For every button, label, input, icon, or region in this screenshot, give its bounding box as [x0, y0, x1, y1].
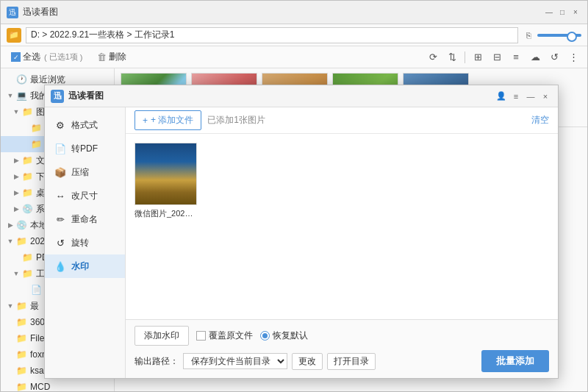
sidebar-item-mcd[interactable]: 📁 MCD: [1, 379, 114, 391]
mypc-icon: 💻: [15, 90, 27, 101]
filez-icon: 📁: [15, 332, 27, 344]
rotate-icon-btn[interactable]: ↺: [546, 49, 562, 65]
topdf-label: 转PDF: [71, 143, 98, 155]
image-thumb-1[interactable]: [135, 143, 197, 205]
docs-icon: 📁: [21, 154, 33, 166]
dialog-right: + + 添加文件 已添加1张图片 清空 微信图片_20221024114...: [126, 107, 558, 378]
dialog-title-left: 迅 迅读看图: [51, 90, 104, 103]
arrow-icon: ▶: [12, 157, 20, 164]
add-file-label: + 添加文件: [151, 114, 193, 126]
dialog-title: 迅读看图: [68, 90, 104, 102]
arrow-icon: [21, 124, 29, 132]
arrow-icon: [7, 383, 14, 391]
plus-icon: +: [143, 115, 148, 126]
zoom-bar: [537, 34, 581, 37]
trash-icon: 🗑: [97, 51, 107, 63]
toolbar: ✓ 全选 ( 已选1项 ) 🗑 删除 ⟳ ⇅ ⊞ ⊟ ≡ ☁ ↺ ⋮: [1, 46, 587, 68]
view3-icon-btn[interactable]: ≡: [508, 49, 524, 65]
add-file-btn[interactable]: + + 添加文件: [135, 110, 201, 130]
open-dir-btn[interactable]: 打开目录: [327, 353, 376, 370]
nav-item-rotate[interactable]: ↺ 旋转: [45, 231, 125, 254]
i360-label: 360: [30, 317, 45, 327]
arrow-icon: [12, 254, 20, 261]
toolbar-separator: [465, 51, 465, 63]
y2022-icon: 📁: [15, 235, 27, 247]
downloads-icon: 📁: [21, 171, 33, 182]
dialog-window: 迅 迅读看图 👤 ≡ — × ⚙ 格式式 📄 转PDF 📦 压缩: [44, 85, 559, 379]
disk-c-icon: 💿: [21, 203, 33, 215]
copy-path-icon[interactable]: ⎘: [523, 29, 534, 41]
image-filename-1: 微信图片_20221024114...: [135, 208, 197, 219]
select-all-checkbox[interactable]: ✓: [11, 52, 21, 62]
arrow-icon: ▶: [12, 205, 20, 213]
nav-item-topdf[interactable]: 📄 转PDF: [45, 137, 125, 160]
address-icons: ⎘: [523, 29, 581, 41]
arrow-icon: ▶: [7, 221, 14, 229]
bottom-row2: 输出路径： 保存到文件当前目录 更改 打开目录 批量添加: [135, 350, 549, 372]
nav-item-format[interactable]: ⚙ 格式式: [45, 113, 125, 137]
dialog-win-controls: 👤 ≡ — ×: [495, 90, 552, 103]
arrow-icon: [7, 351, 14, 358]
clear-btn[interactable]: 清空: [531, 114, 549, 126]
output-path-label: 输出路径：: [135, 355, 179, 368]
delete-btn[interactable]: 🗑 删除: [93, 49, 131, 65]
sort-icon-btn[interactable]: ⇅: [444, 49, 460, 65]
dialog-menu-icon[interactable]: ≡: [509, 90, 523, 103]
selected-count-val: 已选1项: [49, 51, 78, 63]
i360-icon: 📁: [15, 316, 27, 328]
view1-icon-btn[interactable]: ⊞: [470, 49, 486, 65]
menu-icon-btn[interactable]: ⋮: [565, 49, 581, 65]
restore-default-radio[interactable]: [260, 331, 270, 341]
nav-item-rename[interactable]: ✏ 重命名: [45, 207, 125, 231]
dialog-minimize-btn[interactable]: —: [524, 90, 537, 103]
overwrite-checkbox[interactable]: [196, 331, 206, 341]
rotate-icon: ↺: [54, 236, 67, 249]
foxn-icon: 📁: [15, 349, 27, 360]
address-input[interactable]: [26, 27, 518, 43]
dialog-user-icon[interactable]: 👤: [495, 90, 508, 103]
nav-item-resize[interactable]: ↔ 改尺寸: [45, 184, 125, 207]
restore-default-radio-label[interactable]: 恢复默认: [260, 329, 308, 342]
bottom-row1: 添加水印 覆盖原文件 恢复默认: [135, 326, 549, 346]
mcd-icon: 📁: [15, 381, 27, 391]
image-item-1: 微信图片_20221024114...: [135, 143, 197, 219]
dialog-image-area: 微信图片_20221024114...: [126, 134, 558, 319]
main-close-btn[interactable]: ×: [570, 7, 581, 18]
dialog-close-btn[interactable]: ×: [539, 90, 552, 103]
nav-item-watermark[interactable]: 💧 水印: [45, 254, 125, 278]
nav-item-compress[interactable]: 📦 压缩: [45, 160, 125, 184]
zoom-slider[interactable]: [537, 34, 581, 37]
topdf-icon: 📄: [54, 142, 67, 155]
select-all-btn[interactable]: ✓ 全选 ( 已选1项 ): [7, 49, 87, 65]
image-sky-bg: [135, 143, 196, 204]
select-all-label: 全选: [23, 51, 40, 63]
dialog-title-bar: 迅 迅读看图 👤 ≡ — ×: [45, 85, 558, 107]
dialog-bottom: 添加水印 覆盖原文件 恢复默认 输出路径： 保存到文件当前目录 更改: [126, 319, 558, 378]
refresh-icon-btn[interactable]: ⟳: [425, 49, 441, 65]
overwrite-checkbox-label[interactable]: 覆盖原文件: [196, 329, 253, 342]
rename-icon: ✏: [54, 213, 67, 226]
delete-label: 删除: [109, 51, 126, 63]
output-path-select[interactable]: 保存到文件当前目录: [183, 353, 287, 369]
main-minimize-btn[interactable]: —: [543, 7, 555, 18]
folder-icon: 📁: [7, 28, 21, 43]
resize-label: 改尺寸: [71, 190, 98, 202]
worklog-icon: 📁: [21, 268, 33, 279]
cloud-icon-btn[interactable]: ☁: [527, 49, 543, 65]
arrow-icon: ▼: [7, 302, 14, 310]
change-btn[interactable]: 更改: [292, 353, 323, 370]
restore-default-label: 恢复默认: [273, 329, 308, 342]
added-count: 已添加1张图片: [207, 114, 265, 126]
camera-roll-icon: 📁: [30, 122, 42, 134]
rotate-label: 旋转: [71, 237, 89, 249]
main-maximize-btn[interactable]: □: [556, 7, 568, 18]
mcd-label: MCD: [30, 382, 50, 391]
dialog-nav: ⚙ 格式式 📄 转PDF 📦 压缩 ↔ 改尺寸 ✏ 重命名 ↺ 旋转: [45, 107, 126, 378]
desktop-icon: 📁: [21, 187, 33, 199]
view2-icon-btn[interactable]: ⊟: [489, 49, 505, 65]
batch-add-btn[interactable]: 批量添加: [481, 350, 549, 372]
add-watermark-btn[interactable]: 添加水印: [135, 326, 189, 346]
sub-icon: 📄: [30, 284, 42, 296]
watermark-label: 水印: [71, 260, 89, 273]
arrow-icon: [21, 140, 29, 148]
